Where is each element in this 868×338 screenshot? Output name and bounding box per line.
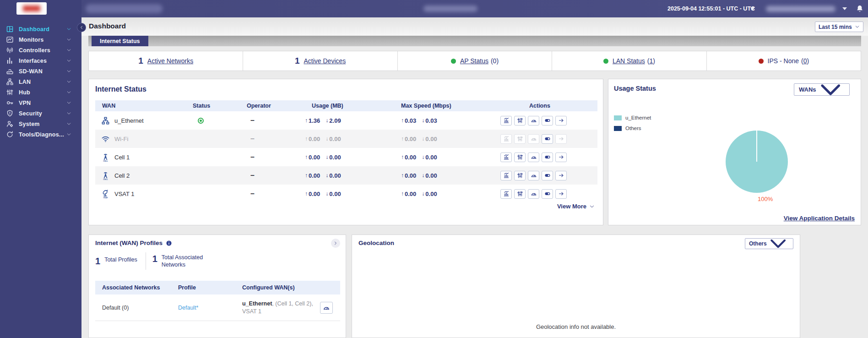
sidebar-item-security[interactable]: Security [0, 108, 81, 119]
sidebar-item-label: SD-WAN [19, 68, 43, 75]
wan-profiles-title: Internet (WAN) Profiles [95, 240, 163, 246]
clock-timestamp[interactable]: 2025-09-04 12:55:01 - UTC - UTC [667, 0, 755, 17]
time-range-select[interactable]: Last 15 mins [815, 22, 863, 32]
chevron-down-icon [66, 48, 71, 53]
chevron-down-icon [855, 24, 860, 29]
cell-tower-icon [101, 153, 110, 162]
details-button[interactable] [555, 153, 567, 162]
configure-button[interactable] [514, 116, 526, 125]
usage-graph-button[interactable] [500, 116, 512, 125]
toggle-on-icon [544, 172, 551, 179]
sidebar-item-controllers[interactable]: Controllers [0, 45, 81, 55]
wan-name[interactable]: Cell 2 [114, 172, 130, 179]
notifications-bell-icon[interactable] [855, 4, 864, 13]
expand-profiles-button[interactable] [331, 239, 340, 248]
usage-filter-select[interactable]: WANs [794, 83, 850, 96]
sidebar-item-sdwan[interactable]: SD-WAN [0, 66, 81, 76]
usage-status-title: Usage Status [614, 85, 656, 92]
toggle-wan-button[interactable] [542, 116, 553, 125]
configure-button[interactable] [514, 153, 526, 162]
go-to-icon [558, 117, 564, 124]
details-button[interactable] [555, 171, 567, 180]
tab-internet-status[interactable]: Internet Status [92, 36, 148, 46]
network-tree-icon [6, 78, 14, 86]
configure-icon [517, 136, 523, 142]
toggle-wan-button[interactable] [542, 171, 553, 180]
brand-logo-mark [23, 5, 40, 11]
usage-graph-button[interactable] [500, 153, 512, 162]
chevron-down-icon [66, 79, 71, 84]
wan-name[interactable]: Wi-Fi [114, 136, 128, 142]
view-application-details-link[interactable]: View Application Details [784, 215, 855, 222]
wan-name[interactable]: Cell 1 [114, 154, 130, 161]
active-networks-link[interactable]: Active Networks [147, 57, 193, 65]
sidebar-item-tools-diagnostics[interactable]: Tools/Diagnos... [0, 129, 81, 140]
usage-graph-button[interactable] [500, 189, 512, 199]
legend-swatch [614, 115, 622, 120]
usage-filter-value: WANs [799, 86, 816, 93]
row-actions [487, 189, 597, 199]
wan-profiles-stats: 1 Total Profiles 1 Total Associated Netw… [95, 252, 217, 270]
upload-arrow-icon [305, 172, 308, 179]
configure-button[interactable] [514, 171, 526, 180]
sidebar-item-dashboard[interactable]: Dashboard [0, 24, 81, 34]
usage-graph-icon [503, 117, 510, 124]
sidebar-item-lan[interactable]: LAN [0, 76, 81, 87]
speedtest-button[interactable] [528, 153, 539, 162]
configure-icon [517, 154, 523, 160]
chevron-down-icon [589, 204, 595, 209]
usage-values: 1.362.09 [297, 117, 384, 124]
info-icon[interactable] [166, 240, 172, 246]
chevron-down-icon [66, 69, 71, 74]
usage-graph-button[interactable] [500, 171, 512, 180]
toggle-wan-button[interactable] [542, 189, 553, 199]
operator-value: – [239, 116, 297, 125]
chevron-down-icon [66, 58, 71, 63]
column-header-wan: WAN [95, 103, 187, 109]
sidebar-item-system[interactable]: System [0, 119, 81, 129]
upload-arrow-icon [305, 117, 308, 124]
ap-status-count: (0) [491, 57, 499, 65]
legend-swatch [614, 126, 622, 131]
chevron-down-icon [66, 90, 71, 95]
details-button[interactable] [555, 189, 567, 199]
toggle-wan-button[interactable] [542, 134, 553, 144]
details-button[interactable] [555, 116, 567, 125]
profile-link[interactable]: Default* [173, 305, 223, 311]
ap-status-link[interactable]: AP Status [460, 57, 488, 65]
wan-name[interactable]: u_Ethernet [114, 117, 144, 124]
user-menu-caret-icon[interactable] [842, 7, 847, 10]
associated-network-value: Default (0) [95, 305, 173, 311]
total-associated-label: Total Associated Networks [162, 254, 217, 268]
configure-button[interactable] [514, 189, 526, 199]
divider [146, 252, 146, 270]
sidebar-item-vpn[interactable]: VPN [0, 98, 81, 108]
sidebar-item-monitors[interactable]: Monitors [0, 34, 81, 45]
active-devices-link[interactable]: Active Devices [304, 57, 346, 65]
download-arrow-icon [326, 172, 328, 179]
summary-ap-status: AP Status (0) [398, 51, 552, 71]
go-to-icon [558, 154, 564, 160]
wan-name[interactable]: VSAT 1 [114, 191, 135, 197]
lan-status-link[interactable]: LAN Status [613, 57, 645, 65]
view-more-link[interactable]: View More [557, 203, 595, 210]
monitors-icon [6, 36, 14, 44]
timezone-caret-icon[interactable] [750, 7, 755, 10]
toggle-wan-button[interactable] [542, 153, 553, 162]
lan-status-count: (1) [647, 57, 655, 65]
profile-speedtest-button[interactable] [320, 302, 333, 314]
sidebar-item-interfaces[interactable]: Interfaces [0, 55, 81, 66]
column-header-configured-wans: Configured WAN(s) [223, 284, 320, 291]
sidebar-collapse-button[interactable] [77, 23, 86, 32]
speedtest-button[interactable] [528, 116, 539, 125]
total-associated-networks-stat: 1 Total Associated Networks [152, 254, 217, 268]
speedtest-button[interactable] [528, 171, 539, 180]
table-row-default-profile: Default (0) Default* u_Ethernet, (Cell 1… [95, 294, 340, 321]
sidebar-item-hub[interactable]: Hub [0, 87, 81, 98]
geolocation-filter-select[interactable]: Others [745, 238, 793, 249]
speedtest-button[interactable] [528, 189, 539, 199]
redacted-user-email[interactable] [766, 6, 835, 12]
view-more-label: View More [557, 203, 586, 210]
time-range-value: Last 15 mins [819, 24, 852, 30]
usage-graph-button [500, 134, 512, 144]
